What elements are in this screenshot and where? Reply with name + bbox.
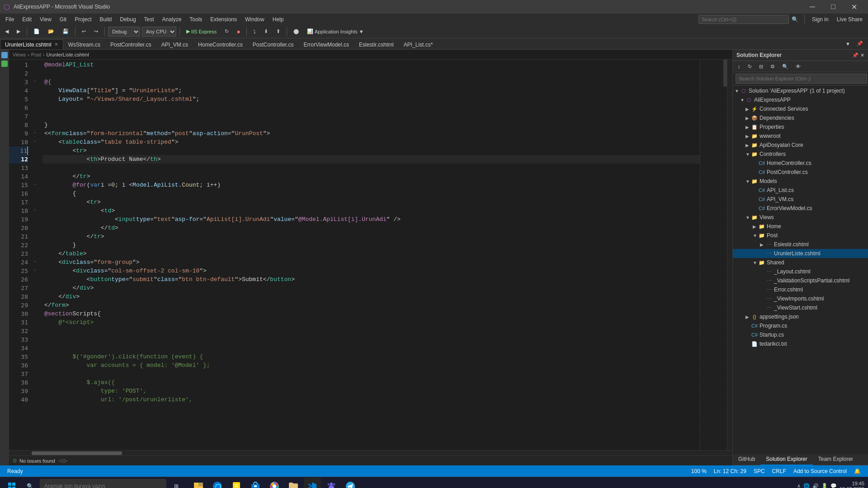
se-collapse-button[interactable]: ⊟ — [756, 61, 766, 71]
menu-edit[interactable]: Edit — [19, 15, 35, 23]
tree-program[interactable]: C# Program.cs — [733, 321, 868, 330]
menu-help[interactable]: Help — [269, 15, 288, 23]
toolbar-forward-button[interactable]: ▶ — [14, 27, 24, 37]
fold-18[interactable]: − — [32, 206, 38, 214]
position-status[interactable]: Ln: 12 Ch: 29 — [710, 468, 750, 474]
toolbar-new-button[interactable]: 📄 — [30, 27, 43, 37]
notification-center-icon[interactable]: 💬 — [830, 483, 837, 488]
sign-in-button[interactable]: Sign in — [808, 16, 832, 23]
tab-pin-button[interactable]: 📌 — [854, 39, 866, 49]
tab-solution-explorer[interactable]: Solution Explorer — [760, 454, 812, 465]
debug-mode-select[interactable]: Debug Release — [108, 27, 140, 37]
tree-viewimports[interactable]: ⋯ _ViewImports.cshtml — [733, 294, 868, 303]
tree-post[interactable]: ▼ 📁 Post — [733, 231, 868, 240]
tree-startup[interactable]: C# Startup.cs — [733, 330, 868, 339]
folder-app[interactable] — [285, 478, 302, 488]
tab-wsstream[interactable]: WsStream.cs — [63, 39, 105, 49]
menu-build[interactable]: Build — [96, 15, 116, 23]
tab-close-icon[interactable]: ✕ — [54, 42, 58, 47]
horizontal-scroll-indicator[interactable]: ◁ ▷ — [59, 458, 67, 464]
tree-layout[interactable]: ⋯ _Layout.cshtml — [733, 267, 868, 276]
tree-homecontroller[interactable]: C# HomeController.cs — [733, 159, 868, 168]
toolbar-step-over[interactable]: ⤵ — [250, 27, 259, 37]
menu-tools[interactable]: Tools — [186, 15, 206, 23]
close-button[interactable]: ✕ — [844, 0, 864, 14]
search-icon[interactable]: 🔍 — [790, 16, 801, 23]
tree-tedarikci[interactable]: 📄 tedarikci.txt — [733, 339, 868, 348]
tree-validation-scripts[interactable]: ⋯ _ValidationScriptsPartial.cshtml — [733, 276, 868, 285]
vertical-scrollbar[interactable] — [727, 60, 732, 450]
tab-apivm[interactable]: API_VM.cs — [156, 39, 193, 49]
tree-errorviewmodel[interactable]: C# ErrorViewModel.cs — [733, 204, 868, 213]
toolbar-attach-button[interactable]: ↻ — [222, 27, 232, 37]
toolbar-save-button[interactable]: 💾 — [59, 27, 72, 37]
teams-app[interactable] — [323, 478, 340, 488]
fold-3[interactable]: − — [32, 77, 38, 85]
vscode-app[interactable] — [304, 478, 321, 488]
tab-errorviewmodel[interactable]: ErrorViewModel.cs — [299, 39, 354, 49]
activity-item-green[interactable] — [1, 61, 8, 67]
menu-window[interactable]: Window — [241, 15, 268, 23]
tree-apidosyalari[interactable]: ▶ 📁 ApiDosyalari Core — [733, 141, 868, 150]
menu-file[interactable]: File — [2, 15, 18, 23]
menu-extensions[interactable]: Extensions — [207, 15, 241, 23]
tree-urunlerliste[interactable]: ⋯ UrunlerListe.cshtml — [733, 249, 868, 258]
tree-connected-services[interactable]: ▶ ⚡ Connected Services — [733, 104, 868, 113]
minimize-button[interactable]: ─ — [802, 0, 823, 14]
toolbar-search-input[interactable] — [698, 15, 789, 24]
tree-dependencies[interactable]: ▶ 📦 Dependencies — [733, 113, 868, 122]
menu-test[interactable]: Test — [141, 15, 158, 23]
se-refresh-button[interactable]: ↻ — [745, 61, 755, 71]
tree-project[interactable]: ▼ ⬡ AliExpressAPP — [733, 95, 868, 104]
encoding-status[interactable]: SPC — [750, 468, 769, 474]
telegram-app[interactable] — [342, 478, 359, 488]
platform-select[interactable]: Any CPU — [142, 27, 176, 37]
menu-view[interactable]: View — [36, 15, 55, 23]
live-share-button[interactable]: Live Share — [833, 16, 866, 23]
explorer-app[interactable] — [190, 478, 207, 488]
tree-viewstart[interactable]: ⋯ _ViewStart.cshtml — [733, 303, 868, 312]
tree-wwwroot[interactable]: ▶ 📁 wwwroot — [733, 131, 868, 141]
menu-analyze[interactable]: Analyze — [159, 15, 185, 23]
solution-explorer-search[interactable] — [736, 74, 867, 84]
fold-9[interactable]: − — [32, 128, 38, 137]
tree-models[interactable]: ▼ 📁 Models — [733, 177, 868, 186]
tab-postcontroller[interactable]: PostController.cs — [105, 39, 156, 49]
se-close-button[interactable]: ✕ — [860, 52, 864, 58]
files-app[interactable] — [228, 478, 245, 488]
tree-properties[interactable]: ▶ 📋 Properties — [733, 122, 868, 131]
tree-apilist[interactable]: C# API_List.cs — [733, 186, 868, 195]
toolbar-step-out[interactable]: ⬆ — [273, 27, 283, 37]
tab-homecontroller[interactable]: HomeController.cs — [193, 39, 248, 49]
tree-eslestir[interactable]: ▶ ⋯ Eslestir.cshtml — [733, 240, 868, 249]
toolbar-redo-button[interactable]: ↪ — [91, 27, 101, 37]
tree-error[interactable]: ⋯ Error.cshtml — [733, 285, 868, 294]
store-app[interactable] — [247, 478, 264, 488]
application-insights-button[interactable]: 📊 Application Insights ▼ — [304, 27, 367, 37]
fold-15[interactable]: − — [32, 180, 38, 188]
menu-debug[interactable]: Debug — [116, 15, 139, 23]
toolbar-back-button[interactable]: ◀ — [2, 27, 12, 37]
activity-item[interactable] — [1, 52, 8, 58]
toolbar-undo-button[interactable]: ↩ — [79, 27, 89, 37]
tree-solution[interactable]: ▼ ⬡ Solution 'AliExpressAPP' (1 of 1 pro… — [733, 86, 868, 95]
toolbar-stop-button[interactable]: ■ — [234, 27, 243, 37]
tab-postcontroller2[interactable]: PostController.cs — [248, 39, 299, 49]
taskbar-search-input[interactable] — [40, 479, 166, 488]
se-preview-button[interactable]: 👁 — [793, 61, 804, 71]
start-button[interactable] — [4, 478, 20, 488]
se-settings-button[interactable]: ⚙ — [767, 61, 778, 71]
code-lines[interactable]: @model API_List @{ ViewData["Title"] = "… — [38, 60, 700, 450]
menu-git[interactable]: Git — [56, 15, 70, 23]
tree-postcontroller[interactable]: C# PostController.cs — [733, 168, 868, 177]
se-filter-button[interactable]: 🔍 — [779, 61, 792, 71]
line-ending-status[interactable]: CRLF — [769, 468, 790, 474]
zoom-level[interactable]: 100 % — [688, 468, 710, 474]
search-button[interactable]: 🔍 — [22, 478, 38, 488]
tree-views[interactable]: ▼ 📁 Views — [733, 213, 868, 222]
tree-apivm[interactable]: C# API_VM.cs — [733, 195, 868, 204]
volume-icon[interactable]: 🔊 — [812, 483, 819, 488]
tree-shared[interactable]: ▼ 📁 Shared — [733, 258, 868, 267]
toolbar-step-into[interactable]: ⬇ — [261, 27, 271, 37]
se-sync-button[interactable]: ↕ — [735, 61, 744, 71]
